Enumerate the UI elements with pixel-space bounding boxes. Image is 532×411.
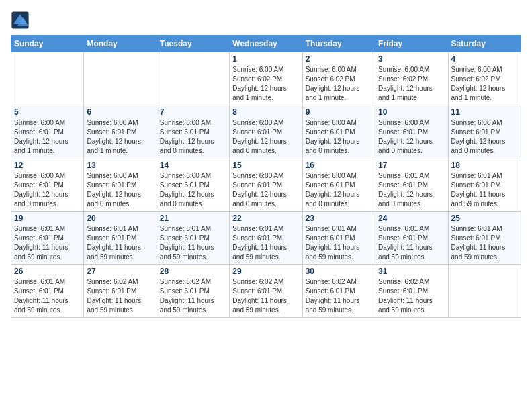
day-info: Sunrise: 6:00 AM Sunset: 6:02 PM Dayligh… (451, 65, 518, 103)
calendar-cell: 10Sunrise: 6:00 AM Sunset: 6:01 PM Dayli… (375, 105, 448, 158)
day-info: Sunrise: 6:02 AM Sunset: 6:01 PM Dayligh… (306, 277, 372, 315)
day-number: 17 (378, 161, 445, 170)
calendar-cell: 27Sunrise: 6:02 AM Sunset: 6:01 PM Dayli… (84, 265, 157, 318)
day-of-week-header: Wednesday (230, 36, 302, 52)
day-info: Sunrise: 6:01 AM Sunset: 6:01 PM Dayligh… (451, 224, 518, 262)
day-number: 21 (160, 214, 226, 223)
calendar-cell (448, 265, 521, 318)
day-number: 6 (87, 107, 153, 117)
day-info: Sunrise: 6:01 AM Sunset: 6:01 PM Dayligh… (306, 224, 372, 262)
day-info: Sunrise: 6:00 AM Sunset: 6:01 PM Dayligh… (160, 118, 226, 156)
day-number: 12 (14, 161, 81, 170)
day-number: 23 (306, 214, 372, 223)
calendar-cell: 6Sunrise: 6:00 AM Sunset: 6:01 PM Daylig… (84, 105, 157, 158)
day-info: Sunrise: 6:01 AM Sunset: 6:01 PM Dayligh… (378, 224, 445, 262)
day-of-week-header: Tuesday (157, 36, 229, 52)
calendar-cell: 7Sunrise: 6:00 AM Sunset: 6:01 PM Daylig… (157, 105, 229, 158)
day-info: Sunrise: 6:00 AM Sunset: 6:01 PM Dayligh… (232, 171, 299, 209)
day-number: 11 (451, 107, 518, 117)
calendar-cell: 25Sunrise: 6:01 AM Sunset: 6:01 PM Dayli… (448, 212, 521, 265)
calendar-cell: 22Sunrise: 6:01 AM Sunset: 6:01 PM Dayli… (230, 212, 302, 265)
calendar-cell: 14Sunrise: 6:00 AM Sunset: 6:01 PM Dayli… (157, 158, 229, 212)
day-number: 18 (451, 161, 518, 170)
day-info: Sunrise: 6:00 AM Sunset: 6:02 PM Dayligh… (378, 65, 445, 103)
day-number: 24 (378, 214, 445, 223)
logo (11, 11, 32, 30)
day-number: 7 (160, 107, 226, 117)
day-number: 25 (451, 214, 518, 223)
day-number: 16 (306, 161, 372, 170)
day-number: 26 (14, 267, 81, 276)
day-info: Sunrise: 6:00 AM Sunset: 6:01 PM Dayligh… (87, 118, 153, 156)
calendar-cell: 8Sunrise: 6:00 AM Sunset: 6:01 PM Daylig… (230, 105, 302, 158)
day-number: 28 (160, 267, 226, 276)
day-info: Sunrise: 6:00 AM Sunset: 6:01 PM Dayligh… (306, 118, 372, 156)
day-of-week-header: Friday (375, 36, 448, 52)
calendar-cell: 11Sunrise: 6:00 AM Sunset: 6:01 PM Dayli… (448, 105, 521, 158)
calendar-cell: 16Sunrise: 6:00 AM Sunset: 6:01 PM Dayli… (302, 158, 375, 212)
day-info: Sunrise: 6:00 AM Sunset: 6:01 PM Dayligh… (14, 171, 81, 209)
logo-icon (11, 11, 30, 30)
day-number: 29 (232, 267, 299, 276)
calendar-cell: 20Sunrise: 6:01 AM Sunset: 6:01 PM Dayli… (84, 212, 157, 265)
day-number: 3 (378, 54, 445, 64)
day-info: Sunrise: 6:01 AM Sunset: 6:01 PM Dayligh… (451, 171, 518, 209)
day-number: 8 (232, 107, 299, 117)
calendar-cell: 23Sunrise: 6:01 AM Sunset: 6:01 PM Dayli… (302, 212, 375, 265)
day-info: Sunrise: 6:00 AM Sunset: 6:01 PM Dayligh… (232, 118, 299, 156)
day-number: 14 (160, 161, 226, 170)
day-info: Sunrise: 6:01 AM Sunset: 6:01 PM Dayligh… (14, 224, 81, 262)
calendar-cell: 29Sunrise: 6:02 AM Sunset: 6:01 PM Dayli… (230, 265, 302, 318)
calendar-cell (157, 52, 229, 105)
day-number: 4 (451, 54, 518, 64)
day-number: 9 (306, 107, 372, 117)
calendar-cell: 13Sunrise: 6:00 AM Sunset: 6:01 PM Dayli… (84, 158, 157, 212)
calendar-cell: 1Sunrise: 6:00 AM Sunset: 6:02 PM Daylig… (230, 52, 302, 105)
day-info: Sunrise: 6:00 AM Sunset: 6:01 PM Dayligh… (451, 118, 518, 156)
calendar-cell: 21Sunrise: 6:01 AM Sunset: 6:01 PM Dayli… (157, 212, 229, 265)
calendar-cell: 17Sunrise: 6:01 AM Sunset: 6:01 PM Dayli… (375, 158, 448, 212)
calendar-cell: 2Sunrise: 6:00 AM Sunset: 6:02 PM Daylig… (302, 52, 375, 105)
calendar-cell: 9Sunrise: 6:00 AM Sunset: 6:01 PM Daylig… (302, 105, 375, 158)
day-info: Sunrise: 6:00 AM Sunset: 6:01 PM Dayligh… (306, 171, 372, 209)
calendar-cell: 4Sunrise: 6:00 AM Sunset: 6:02 PM Daylig… (448, 52, 521, 105)
calendar-cell: 19Sunrise: 6:01 AM Sunset: 6:01 PM Dayli… (11, 212, 84, 265)
day-number: 22 (232, 214, 299, 223)
day-info: Sunrise: 6:00 AM Sunset: 6:01 PM Dayligh… (160, 171, 226, 209)
day-of-week-header: Thursday (302, 36, 375, 52)
calendar-cell: 5Sunrise: 6:00 AM Sunset: 6:01 PM Daylig… (11, 105, 84, 158)
day-info: Sunrise: 6:00 AM Sunset: 6:02 PM Dayligh… (232, 65, 299, 103)
day-info: Sunrise: 6:01 AM Sunset: 6:01 PM Dayligh… (378, 171, 445, 209)
day-info: Sunrise: 6:00 AM Sunset: 6:02 PM Dayligh… (306, 65, 372, 103)
day-of-week-header: Saturday (448, 36, 521, 52)
calendar-cell: 24Sunrise: 6:01 AM Sunset: 6:01 PM Dayli… (375, 212, 448, 265)
day-info: Sunrise: 6:02 AM Sunset: 6:01 PM Dayligh… (87, 277, 153, 315)
day-info: Sunrise: 6:00 AM Sunset: 6:01 PM Dayligh… (378, 118, 445, 156)
day-info: Sunrise: 6:01 AM Sunset: 6:01 PM Dayligh… (14, 277, 81, 315)
day-number: 1 (232, 54, 299, 64)
day-info: Sunrise: 6:00 AM Sunset: 6:01 PM Dayligh… (87, 171, 153, 209)
calendar-cell: 12Sunrise: 6:00 AM Sunset: 6:01 PM Dayli… (11, 158, 84, 212)
day-number: 2 (306, 54, 372, 64)
calendar-cell (84, 52, 157, 105)
day-of-week-header: Monday (84, 36, 157, 52)
day-number: 20 (87, 214, 153, 223)
day-number: 10 (378, 107, 445, 117)
day-number: 30 (306, 267, 372, 276)
calendar-cell: 31Sunrise: 6:02 AM Sunset: 6:01 PM Dayli… (375, 265, 448, 318)
calendar-cell (11, 52, 84, 105)
day-info: Sunrise: 6:02 AM Sunset: 6:01 PM Dayligh… (160, 277, 226, 315)
day-number: 27 (87, 267, 153, 276)
calendar-cell: 18Sunrise: 6:01 AM Sunset: 6:01 PM Dayli… (448, 158, 521, 212)
calendar-cell: 28Sunrise: 6:02 AM Sunset: 6:01 PM Dayli… (157, 265, 229, 318)
calendar-cell: 30Sunrise: 6:02 AM Sunset: 6:01 PM Dayli… (302, 265, 375, 318)
day-number: 15 (232, 161, 299, 170)
day-info: Sunrise: 6:01 AM Sunset: 6:01 PM Dayligh… (87, 224, 153, 262)
day-info: Sunrise: 6:01 AM Sunset: 6:01 PM Dayligh… (160, 224, 226, 262)
calendar-cell: 15Sunrise: 6:00 AM Sunset: 6:01 PM Dayli… (230, 158, 302, 212)
day-number: 13 (87, 161, 153, 170)
day-info: Sunrise: 6:00 AM Sunset: 6:01 PM Dayligh… (14, 118, 81, 156)
calendar: SundayMondayTuesdayWednesdayThursdayFrid… (11, 35, 521, 318)
calendar-cell: 26Sunrise: 6:01 AM Sunset: 6:01 PM Dayli… (11, 265, 84, 318)
calendar-cell: 3Sunrise: 6:00 AM Sunset: 6:02 PM Daylig… (375, 52, 448, 105)
